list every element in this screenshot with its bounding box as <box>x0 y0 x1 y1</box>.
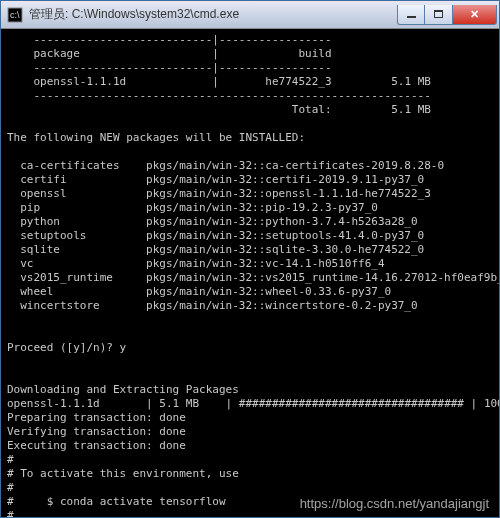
confirm-prompt: Proceed ([y]/n)? y <box>7 341 497 355</box>
dl-bar: openssl-1.1.1d | 5.1 MB | ##############… <box>7 397 497 411</box>
maximize-icon <box>434 10 443 18</box>
exec: Executing transaction: done <box>7 439 497 453</box>
plan-row: openssl-1.1.1d | he774522_3 5.1 MB <box>7 75 497 89</box>
pkg-row: vc pkgs/main/win-32::vc-14.1-h0510ff6_4 <box>7 257 497 271</box>
pkg-row: wincertstore pkgs/main/win-32::wincertst… <box>7 299 497 313</box>
pkg-row: certifi pkgs/main/win-32::certifi-2019.9… <box>7 173 497 187</box>
dl-heading: Downloading and Extracting Packages <box>7 383 497 397</box>
prep: Preparing transaction: done <box>7 411 497 425</box>
window-title: 管理员: C:\Windows\system32\cmd.exe <box>29 6 397 23</box>
svg-text:c:\: c:\ <box>10 10 20 20</box>
verify: Verifying transaction: done <box>7 425 497 439</box>
tip-activate-cmd: # $ conda activate tensorflow <box>7 495 497 509</box>
hdr-line: ---------------------------|------------… <box>7 33 497 47</box>
plan-sep: ----------------------------------------… <box>7 89 497 103</box>
pkg-row: vs2015_runtime pkgs/main/win-32::vs2015_… <box>7 271 497 285</box>
pkg-row: wheel pkgs/main/win-32::wheel-0.33.6-py3… <box>7 285 497 299</box>
tip-hash: # <box>7 481 497 495</box>
tip-hash: # <box>7 509 497 517</box>
pkg-row: python pkgs/main/win-32::python-3.7.4-h5… <box>7 215 497 229</box>
minimize-button[interactable] <box>397 5 425 25</box>
minimize-icon <box>407 16 416 18</box>
pkg-row: pip pkgs/main/win-32::pip-19.2.3-py37_0 <box>7 201 497 215</box>
pkg-row: sqlite pkgs/main/win-32::sqlite-3.30.0-h… <box>7 243 497 257</box>
window-controls: ✕ <box>397 5 497 25</box>
hdr-line2: ---------------------------|------------… <box>7 61 497 75</box>
pkg-row: openssl pkgs/main/win-32::openssl-1.1.1d… <box>7 187 497 201</box>
terminal-output[interactable]: ---------------------------|------------… <box>1 29 499 517</box>
close-button[interactable]: ✕ <box>453 5 497 25</box>
close-icon: ✕ <box>470 8 479 21</box>
cmd-icon: c:\ <box>7 7 23 23</box>
total-row: Total: 5.1 MB <box>7 103 497 117</box>
titlebar[interactable]: c:\ 管理员: C:\Windows\system32\cmd.exe ✕ <box>1 1 499 29</box>
pkg-row: ca-certificates pkgs/main/win-32::ca-cer… <box>7 159 497 173</box>
newpkgs-heading: The following NEW packages will be INSTA… <box>7 131 497 145</box>
hdr-cols: package | build <box>7 47 497 61</box>
maximize-button[interactable] <box>425 5 453 25</box>
tip-hash: # <box>7 453 497 467</box>
pkg-row: setuptools pkgs/main/win-32::setuptools-… <box>7 229 497 243</box>
cmd-window: c:\ 管理员: C:\Windows\system32\cmd.exe ✕ -… <box>0 0 500 518</box>
tip-activate-msg: # To activate this environment, use <box>7 467 497 481</box>
